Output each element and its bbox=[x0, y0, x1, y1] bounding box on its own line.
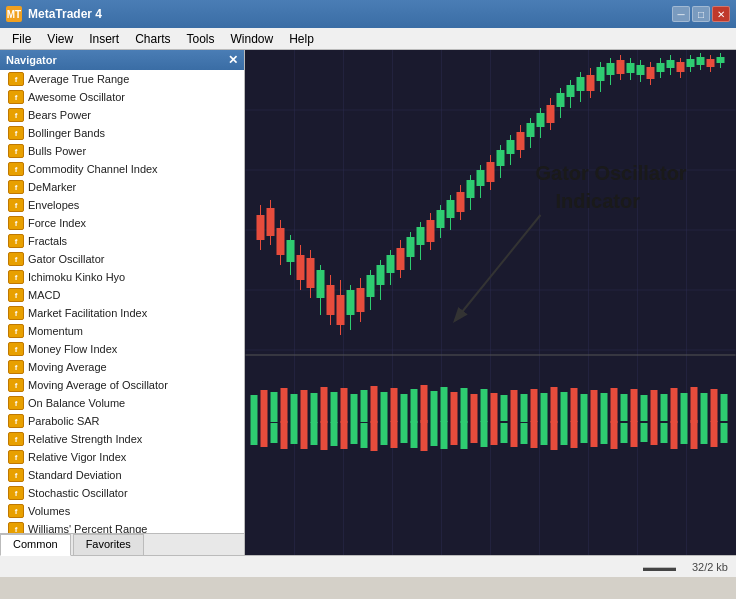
svg-rect-137 bbox=[521, 394, 528, 422]
indicator-label: Moving Average bbox=[28, 361, 107, 373]
indicator-icon: f bbox=[8, 360, 24, 374]
indicator-icon: f bbox=[8, 198, 24, 212]
svg-rect-49 bbox=[417, 227, 425, 245]
menu-charts[interactable]: Charts bbox=[127, 30, 178, 48]
nav-list-item[interactable]: fMarket Facilitation Index bbox=[0, 304, 244, 322]
svg-rect-168 bbox=[351, 422, 358, 444]
tab-favorites[interactable]: Favorites bbox=[73, 534, 144, 555]
svg-rect-176 bbox=[431, 422, 438, 446]
svg-rect-177 bbox=[441, 421, 448, 449]
svg-rect-186 bbox=[531, 421, 538, 448]
nav-list-item[interactable]: fFractals bbox=[0, 232, 244, 250]
indicator-label: Force Index bbox=[28, 217, 86, 229]
svg-rect-67 bbox=[507, 140, 515, 154]
nav-list-item[interactable]: fDeMarker bbox=[0, 178, 244, 196]
menu-file[interactable]: File bbox=[4, 30, 39, 48]
maximize-button[interactable]: □ bbox=[692, 6, 710, 22]
svg-rect-123 bbox=[381, 392, 388, 422]
nav-list-item[interactable]: fBears Power bbox=[0, 106, 244, 124]
nav-list-item[interactable]: fRelative Strength Index bbox=[0, 430, 244, 448]
indicator-icon: f bbox=[8, 126, 24, 140]
nav-list-item[interactable]: fMoney Flow Index bbox=[0, 340, 244, 358]
nav-list-item[interactable]: fStochastic Oscillator bbox=[0, 484, 244, 502]
menu-view[interactable]: View bbox=[39, 30, 81, 48]
nav-list-item[interactable]: fAwesome Oscillator bbox=[0, 88, 244, 106]
nav-list-item[interactable]: fParabolic SAR bbox=[0, 412, 244, 430]
nav-list-item[interactable]: fVolumes bbox=[0, 502, 244, 520]
nav-list-item[interactable]: fOn Balance Volume bbox=[0, 394, 244, 412]
svg-rect-97 bbox=[657, 63, 665, 72]
menu-bar: File View Insert Charts Tools Window Hel… bbox=[0, 28, 736, 50]
svg-rect-112 bbox=[271, 392, 278, 422]
svg-rect-144 bbox=[591, 390, 598, 422]
nav-list-item[interactable]: fMoving Average of Oscillator bbox=[0, 376, 244, 394]
indicator-icon: f bbox=[8, 396, 24, 410]
indicator-icon: f bbox=[8, 162, 24, 176]
nav-list-item[interactable]: fCommodity Channel Index bbox=[0, 160, 244, 178]
status-size: 32/2 kb bbox=[692, 561, 728, 573]
nav-list-item[interactable]: fGator Oscillator bbox=[0, 250, 244, 268]
svg-rect-136 bbox=[511, 390, 518, 422]
nav-list-item[interactable]: fWilliams' Percent Range bbox=[0, 520, 244, 533]
menu-help[interactable]: Help bbox=[281, 30, 322, 48]
nav-list-item[interactable]: fBulls Power bbox=[0, 142, 244, 160]
navigator-list[interactable]: fAverage True RangefAwesome OscillatorfB… bbox=[0, 70, 244, 533]
svg-rect-23 bbox=[287, 240, 295, 262]
svg-rect-85 bbox=[597, 67, 605, 81]
svg-rect-107 bbox=[707, 59, 715, 67]
nav-list-item[interactable]: fMACD bbox=[0, 286, 244, 304]
indicator-label: Parabolic SAR bbox=[28, 415, 100, 427]
indicator-label: Stochastic Oscillator bbox=[28, 487, 128, 499]
svg-rect-147 bbox=[621, 394, 628, 421]
indicator-label: Momentum bbox=[28, 325, 83, 337]
navigator-close-button[interactable]: ✕ bbox=[228, 53, 238, 67]
svg-rect-133 bbox=[481, 389, 488, 422]
navigator-panel: Navigator ✕ fAverage True RangefAwesome … bbox=[0, 50, 245, 555]
indicator-icon: f bbox=[8, 108, 24, 122]
nav-list-item[interactable]: fMoving Average bbox=[0, 358, 244, 376]
svg-rect-180 bbox=[471, 422, 478, 443]
minimize-button[interactable]: ─ bbox=[672, 6, 690, 22]
title-bar-left: MT MetaTrader 4 bbox=[6, 6, 102, 22]
svg-rect-181 bbox=[481, 421, 488, 447]
svg-rect-37 bbox=[357, 288, 365, 312]
svg-rect-163 bbox=[301, 423, 308, 449]
nav-list-item[interactable]: fEnvelopes bbox=[0, 196, 244, 214]
svg-rect-69 bbox=[517, 132, 525, 150]
svg-rect-130 bbox=[451, 392, 458, 422]
indicator-label: On Balance Volume bbox=[28, 397, 125, 409]
menu-tools[interactable]: Tools bbox=[179, 30, 223, 48]
svg-rect-121 bbox=[361, 390, 368, 422]
tab-common[interactable]: Common bbox=[0, 534, 71, 556]
svg-rect-134 bbox=[491, 393, 498, 422]
nav-list-item[interactable]: fMomentum bbox=[0, 322, 244, 340]
svg-rect-105 bbox=[697, 57, 705, 65]
svg-rect-114 bbox=[291, 394, 298, 422]
menu-window[interactable]: Window bbox=[223, 30, 282, 48]
svg-rect-103 bbox=[687, 59, 695, 67]
title-text: MetaTrader 4 bbox=[28, 7, 102, 21]
svg-rect-111 bbox=[261, 390, 268, 422]
nav-list-item[interactable]: fIchimoku Kinko Hyo bbox=[0, 268, 244, 286]
nav-list-item[interactable]: fAverage True Range bbox=[0, 70, 244, 88]
svg-rect-19 bbox=[267, 208, 275, 236]
svg-text:Indicator: Indicator bbox=[556, 190, 641, 212]
indicator-label: Fractals bbox=[28, 235, 67, 247]
nav-list-item[interactable]: fRelative Vigor Index bbox=[0, 448, 244, 466]
svg-rect-191 bbox=[581, 422, 588, 443]
indicator-icon: f bbox=[8, 216, 24, 230]
indicator-icon: f bbox=[8, 72, 24, 86]
svg-rect-21 bbox=[277, 228, 285, 255]
menu-insert[interactable]: Insert bbox=[81, 30, 127, 48]
svg-rect-113 bbox=[281, 388, 288, 423]
svg-rect-87 bbox=[607, 63, 615, 75]
close-button[interactable]: ✕ bbox=[712, 6, 730, 22]
indicator-icon: f bbox=[8, 504, 24, 518]
svg-rect-79 bbox=[567, 85, 575, 97]
nav-list-item[interactable]: fStandard Deviation bbox=[0, 466, 244, 484]
nav-list-item[interactable]: fBollinger Bands bbox=[0, 124, 244, 142]
nav-list-item[interactable]: fForce Index bbox=[0, 214, 244, 232]
chart-area[interactable]: Gator Oscillator Indicator bbox=[245, 50, 736, 555]
indicator-icon: f bbox=[8, 342, 24, 356]
svg-rect-110 bbox=[251, 395, 258, 423]
